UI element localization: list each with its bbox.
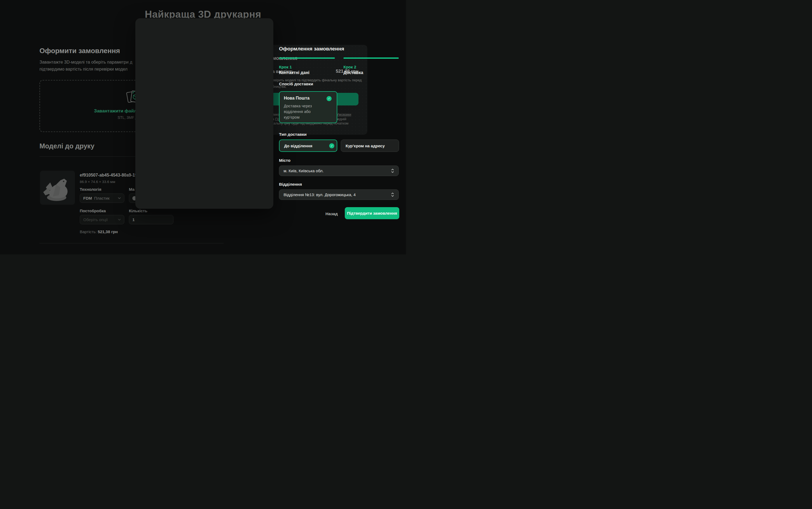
delivery-type-option-branch[interactable]: До відділення xyxy=(279,139,337,152)
delivery-method-label: Спосіб доставки xyxy=(279,81,313,87)
confirm-order-button[interactable]: Підтвердити замовлення xyxy=(345,207,399,219)
step2-progress-bar xyxy=(344,58,399,59)
option-label: До відділення xyxy=(284,143,312,148)
delivery-type-label: Тип доставки xyxy=(279,132,307,137)
step1-progress-bar xyxy=(279,58,335,59)
branch-select[interactable]: Відділення №13: вул. Дорогожицька, 4 xyxy=(279,190,399,200)
city-select[interactable]: м. Київ, Київська обл. xyxy=(279,166,399,176)
nova-poshta-description: Доставка через відділення або кур’єром xyxy=(284,103,325,120)
select-caret-icon xyxy=(391,192,394,197)
checkout-modal: Оформлення замовлення Крок 1 Контактні д… xyxy=(135,18,273,209)
branch-label: Відділення xyxy=(279,182,302,187)
step2-label: Крок 2 xyxy=(344,65,356,69)
check-icon: ✓ xyxy=(327,96,332,101)
back-button[interactable]: Назад xyxy=(323,210,340,218)
step1-label: Крок 1 xyxy=(279,65,292,69)
step1-sublabel: Контактні дані xyxy=(279,70,310,75)
nova-poshta-title: Нова Пошта xyxy=(284,96,310,101)
modal-title: Оформлення замовлення xyxy=(279,46,344,52)
branch-value: Відділення №13: вул. Дорогожицька, 4 xyxy=(284,192,356,197)
delivery-type-option-courier[interactable]: Кур’єром на адресу xyxy=(341,139,399,152)
option-label: Кур’єром на адресу xyxy=(346,143,385,148)
check-icon: ✓ xyxy=(329,143,334,148)
city-label: Місто xyxy=(279,158,291,163)
city-value: м. Київ, Київська обл. xyxy=(284,169,324,173)
app-root: Найкраща 3D друкарня Оформити замовлення… xyxy=(0,0,406,254)
select-caret-icon xyxy=(391,169,394,173)
step2-sublabel: Доставка xyxy=(344,70,363,75)
